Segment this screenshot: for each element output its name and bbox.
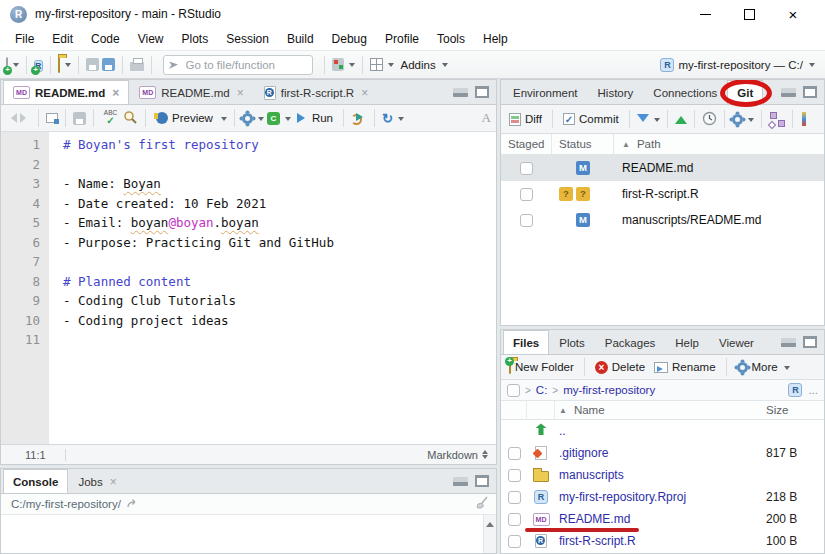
file-row[interactable]: first-R-script.R100 B [501, 530, 824, 552]
console-scrollbar[interactable] [483, 515, 496, 553]
new-file-dropdown[interactable] [13, 63, 19, 70]
menu-debug[interactable]: Debug [323, 30, 376, 48]
open-file-button[interactable] [58, 58, 60, 72]
file-row[interactable]: .gitignore817 B [501, 442, 824, 464]
column-staged[interactable]: Staged [501, 134, 552, 154]
menu-tools[interactable]: Tools [428, 30, 474, 48]
staged-checkbox[interactable] [520, 214, 533, 227]
gear-icon[interactable] [242, 113, 253, 124]
menu-file[interactable]: File [6, 30, 43, 48]
branch-icon[interactable] [769, 112, 785, 127]
panes-layout-button[interactable] [370, 58, 383, 71]
file-row[interactable]: .. [501, 420, 824, 442]
push-icon[interactable] [675, 110, 687, 124]
file-checkbox[interactable] [508, 491, 521, 504]
close-icon[interactable]: × [112, 86, 119, 100]
window-close-button[interactable]: × [771, 2, 815, 26]
file-checkbox[interactable] [508, 469, 521, 482]
git-file-path[interactable]: README.md [614, 161, 824, 175]
open-in-new-window-icon[interactable] [46, 113, 58, 123]
pull-dropdown[interactable] [654, 118, 660, 125]
diff-button[interactable]: Diff [506, 111, 545, 128]
menu-edit[interactable]: Edit [43, 30, 82, 48]
source-icon[interactable]: ↻ [382, 112, 393, 125]
menu-help[interactable]: Help [474, 30, 517, 48]
goto-directory-icon[interactable] [126, 498, 139, 511]
console-output[interactable] [1, 515, 483, 553]
project-selector[interactable]: R my-first-repository — C:/ [656, 56, 819, 74]
tab-plots[interactable]: Plots [549, 330, 595, 354]
tab-git[interactable]: Git [727, 80, 763, 104]
tab-files[interactable]: Files [503, 330, 549, 354]
pane-maximize-icon[interactable] [475, 86, 489, 98]
search-icon[interactable] [123, 110, 138, 127]
menu-build[interactable]: Build [278, 30, 323, 48]
history-clock-icon[interactable] [702, 111, 717, 128]
window-minimize-button[interactable] [683, 2, 727, 26]
file-row[interactable]: README.md200 B [501, 508, 824, 530]
editor-content[interactable]: 1234567891011 # Boyan's first repository… [1, 132, 496, 444]
git-file-path[interactable]: manuscripts/README.md [614, 213, 824, 227]
close-icon[interactable]: × [237, 86, 244, 100]
tab-viewer[interactable]: Viewer [709, 330, 764, 354]
pull-icon[interactable] [637, 114, 649, 128]
settings-dropdown[interactable] [258, 117, 264, 124]
staged-checkbox[interactable] [520, 162, 533, 175]
more-button[interactable]: More [734, 359, 793, 375]
pane-maximize-icon[interactable] [803, 86, 817, 98]
menu-plots[interactable]: Plots [173, 30, 218, 48]
save-icon[interactable] [73, 112, 86, 125]
tab-environment[interactable]: Environment [503, 80, 588, 104]
file-link[interactable]: .. [559, 424, 566, 438]
breadcrumb-item[interactable]: my-first-repository [563, 384, 655, 396]
forward-icon[interactable] [20, 113, 31, 123]
document-outline-icon[interactable]: A [482, 110, 491, 126]
version-control-dropdown[interactable] [349, 63, 355, 70]
file-link[interactable]: README.md [559, 512, 630, 526]
file-checkbox[interactable] [508, 535, 521, 548]
more-dropdown[interactable] [748, 118, 754, 125]
source-dropdown[interactable] [398, 117, 404, 124]
git-row[interactable]: Mmanuscripts/README.md [501, 207, 824, 233]
tab-help[interactable]: Help [665, 330, 709, 354]
tab-connections[interactable]: Connections [643, 80, 727, 104]
file-row[interactable]: manuscripts [501, 464, 824, 486]
column-name[interactable]: ▲Name [555, 404, 766, 416]
breadcrumb-item[interactable]: C: [536, 384, 548, 396]
column-size[interactable]: Size [766, 404, 824, 416]
file-link[interactable]: first-R-script.R [559, 534, 636, 548]
tab-console[interactable]: Console [3, 469, 68, 493]
clear-console-icon[interactable] [474, 495, 496, 513]
column-status[interactable]: Status [552, 134, 614, 154]
save-all-button[interactable] [102, 58, 115, 71]
run-button[interactable]: Run [294, 110, 336, 126]
select-all-checkbox[interactable] [507, 384, 520, 397]
editor-code[interactable]: # Boyan's first repository - Name: Boyan… [49, 132, 496, 444]
preview-dropdown[interactable] [221, 117, 227, 124]
editor-tab-readme-md[interactable]: README.md× [3, 80, 129, 104]
git-row[interactable]: ??first-R-script.R [501, 181, 824, 207]
open-recent-dropdown[interactable] [65, 63, 71, 70]
new-folder-button[interactable]: +New Folder [506, 359, 577, 375]
tab-packages[interactable]: Packages [595, 330, 666, 354]
file-link[interactable]: .gitignore [559, 446, 608, 460]
back-icon[interactable] [6, 113, 17, 123]
preview-button[interactable]: Preview [153, 110, 216, 126]
version-control-button[interactable] [332, 58, 344, 71]
print-button[interactable] [130, 62, 144, 71]
pane-maximize-icon[interactable] [475, 475, 489, 487]
new-file-button[interactable]: + [6, 58, 8, 72]
menu-profile[interactable]: Profile [376, 30, 428, 48]
close-icon[interactable]: × [110, 475, 117, 489]
spellcheck-icon[interactable]: ABC✓ [101, 110, 120, 126]
save-button[interactable] [86, 58, 99, 71]
new-project-button[interactable]: R+ [34, 58, 43, 72]
window-maximize-button[interactable] [727, 2, 771, 26]
git-row[interactable]: MREADME.md [501, 155, 824, 181]
file-link[interactable]: my-first-repository.Rproj [559, 490, 686, 504]
commit-button[interactable]: ✓Commit [560, 111, 622, 127]
file-checkbox[interactable] [508, 447, 521, 460]
pane-minimize-icon[interactable] [453, 88, 468, 97]
pane-maximize-icon[interactable] [803, 336, 817, 348]
editor-tab-first-r-script-r[interactable]: first-R-script.R× [254, 80, 378, 104]
